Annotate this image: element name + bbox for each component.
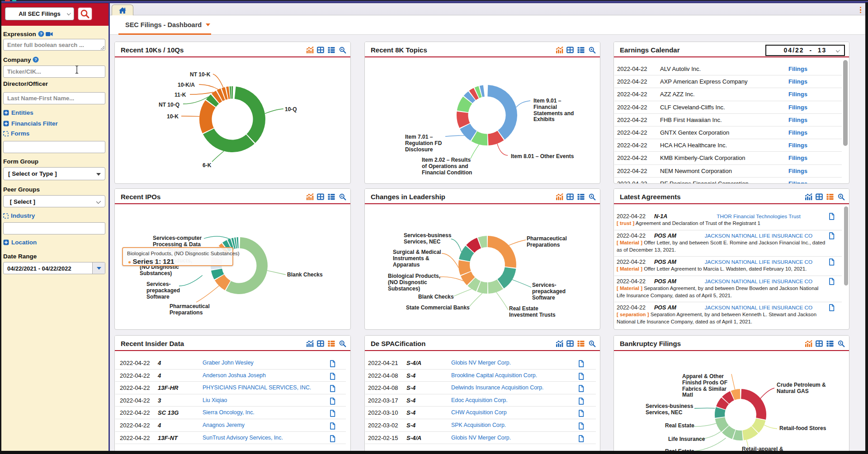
svg-text:?: ? xyxy=(34,57,37,62)
svg-text:?: ? xyxy=(40,31,42,36)
